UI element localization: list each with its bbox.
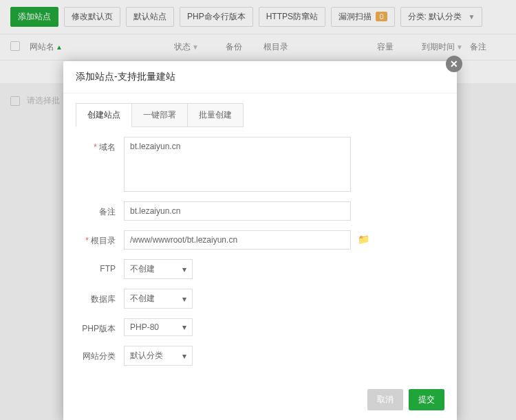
ftp-select[interactable]: 不创建▾ xyxy=(124,259,193,279)
dialog-title: 添加站点-支持批量建站 xyxy=(63,61,457,93)
close-button[interactable]: ✕ xyxy=(446,56,462,72)
chevron-down-icon: ▾ xyxy=(182,265,186,274)
cancel-button[interactable]: 取消 xyxy=(367,389,403,410)
php-select[interactable]: PHP-80▾ xyxy=(124,318,193,336)
submit-button[interactable]: 提交 xyxy=(409,389,444,410)
note-label: 备注 xyxy=(99,207,116,217)
chevron-down-icon: ▾ xyxy=(182,294,186,304)
tab-deploy[interactable]: 一键部署 xyxy=(132,103,188,127)
note-input[interactable] xyxy=(124,201,351,221)
close-icon: ✕ xyxy=(450,58,458,69)
dialog-tabs: 创建站点 一键部署 批量创建 xyxy=(63,93,457,127)
php-label: PHP版本 xyxy=(82,324,116,333)
dialog-footer: 取消 提交 xyxy=(63,381,457,420)
ftp-label: FTP xyxy=(100,264,116,274)
database-label: 数据库 xyxy=(91,294,116,304)
chevron-down-icon: ▾ xyxy=(182,351,186,361)
tab-batch[interactable]: 批量创建 xyxy=(188,103,244,127)
form: *域名 bt.lezaiyun.cn 备注 *根目录 📁 FTP 不创建▾ 数据… xyxy=(63,127,457,381)
tab-create[interactable]: 创建站点 xyxy=(76,103,132,127)
add-site-dialog: ✕ 添加站点-支持批量建站 创建站点 一键部署 批量创建 *域名 bt.leza… xyxy=(63,61,457,420)
database-select[interactable]: 不创建▾ xyxy=(124,289,193,309)
root-input[interactable] xyxy=(124,230,351,250)
domain-input[interactable]: bt.lezaiyun.cn xyxy=(124,137,351,192)
chevron-down-icon: ▾ xyxy=(182,322,186,332)
category-select[interactable]: 默认分类▾ xyxy=(124,346,193,366)
category-label: 网站分类 xyxy=(83,351,116,361)
root-label: 根目录 xyxy=(91,236,116,245)
folder-icon[interactable]: 📁 xyxy=(358,230,369,245)
domain-label: 域名 xyxy=(99,142,116,152)
